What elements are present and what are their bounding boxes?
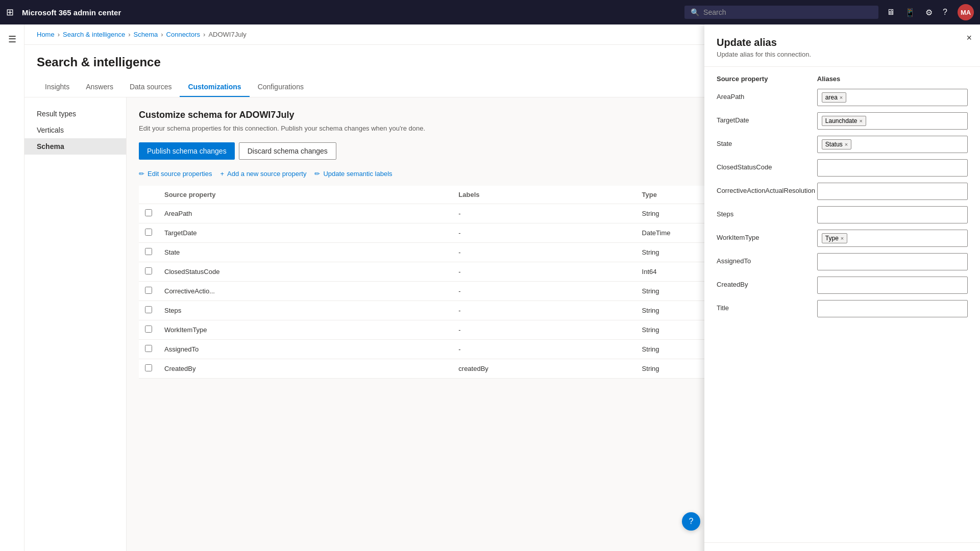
alias-tag-label: Status	[825, 141, 843, 148]
breadcrumb-current: ADOWI7July	[208, 31, 246, 38]
sidebar: ☰	[0, 24, 24, 551]
row-checkbox[interactable]	[145, 325, 152, 333]
help-icon[interactable]: ?	[943, 8, 947, 17]
settings-icon[interactable]: ⚙	[925, 8, 933, 17]
panel-col-source: Source property	[717, 75, 817, 83]
update-icon: ✏	[314, 170, 320, 178]
row-labels: -	[452, 204, 635, 223]
panel-row-property: WorkItemType	[717, 230, 817, 241]
panel-row-alias-field: area ×	[817, 89, 968, 106]
col-labels: Labels	[452, 186, 635, 204]
update-labels-action[interactable]: ✏ Update semantic labels	[314, 170, 392, 178]
panel-row-property: Steps	[717, 206, 817, 218]
row-checkbox[interactable]	[145, 345, 152, 352]
panel-row: AssignedTo	[717, 253, 968, 270]
panel-footer: Save	[704, 542, 980, 551]
col-checkbox	[139, 186, 158, 204]
alias-input-box[interactable]	[817, 253, 968, 270]
alias-tag-remove[interactable]: ×	[841, 235, 844, 241]
row-checkbox[interactable]	[145, 229, 152, 236]
alias-input-box[interactable]	[817, 183, 968, 200]
row-labels: -	[452, 301, 635, 320]
row-source-property: CreatedBy	[158, 359, 452, 379]
breadcrumb-connectors[interactable]: Connectors	[166, 31, 200, 38]
panel-row-property: Title	[717, 300, 817, 312]
row-labels: -	[452, 282, 635, 301]
publish-button[interactable]: Publish schema changes	[139, 142, 235, 160]
alias-tag-remove[interactable]: ×	[840, 94, 843, 101]
mobile-icon[interactable]: 📱	[905, 8, 915, 17]
row-checkbox[interactable]	[145, 267, 152, 274]
alias-input-box[interactable]: area ×	[817, 89, 968, 106]
avatar[interactable]: MA	[958, 4, 974, 20]
top-navigation: ⊞ Microsoft 365 admin center 🔍 🖥 📱 ⚙ ? M…	[0, 0, 980, 24]
row-source-property: WorkItemType	[158, 320, 452, 340]
alias-input-box[interactable]: Type ×	[817, 230, 968, 247]
nav-verticals[interactable]: Verticals	[24, 122, 126, 138]
alias-tag: area ×	[822, 92, 846, 103]
waffle-icon[interactable]: ⊞	[6, 7, 14, 18]
alias-tag-remove[interactable]: ×	[845, 141, 848, 147]
panel-row-alias-field	[817, 253, 968, 270]
panel-row: CreatedBy	[717, 277, 968, 294]
breadcrumb-schema[interactable]: Schema	[134, 31, 158, 38]
panel-close-button[interactable]: ×	[966, 33, 972, 43]
monitor-icon[interactable]: 🖥	[887, 8, 895, 17]
row-checkbox[interactable]	[145, 248, 152, 255]
hamburger-icon[interactable]: ☰	[3, 29, 21, 50]
nav-schema[interactable]: Schema	[24, 138, 126, 155]
row-source-property: AssignedTo	[158, 340, 452, 359]
tab-answers[interactable]: Answers	[78, 78, 121, 97]
search-input[interactable]	[703, 8, 872, 16]
panel-columns: Source property Aliases	[717, 75, 968, 83]
alias-tag: Status ×	[822, 139, 851, 149]
col-source-property: Source property	[158, 186, 452, 204]
app-title: Microsoft 365 admin center	[22, 8, 676, 17]
row-checkbox[interactable]	[145, 209, 152, 216]
alias-tag-label: Launchdate	[825, 117, 857, 124]
panel-row-alias-field: Launchdate ×	[817, 112, 968, 130]
breadcrumb-home[interactable]: Home	[37, 31, 55, 38]
panel-title: Update alias	[717, 37, 968, 48]
alias-input-box[interactable]	[817, 277, 968, 294]
panel-col-aliases: Aliases	[817, 75, 968, 83]
tab-configurations[interactable]: Configurations	[250, 78, 312, 97]
alias-input-box[interactable]	[817, 159, 968, 177]
row-checkbox[interactable]	[145, 287, 152, 294]
panel-row: State Status ×	[717, 136, 968, 153]
discard-button[interactable]: Discard schema changes	[239, 142, 336, 160]
alias-tag-remove[interactable]: ×	[860, 118, 863, 124]
edit-action[interactable]: ✏ Edit source properties	[139, 170, 212, 178]
panel-row-alias-field: Type ×	[817, 230, 968, 247]
breadcrumb-sep-2: ›	[128, 31, 130, 38]
search-bar[interactable]: 🔍	[684, 6, 878, 19]
panel-row-alias-field	[817, 159, 968, 177]
panel-row: Steps	[717, 206, 968, 223]
alias-input-box[interactable]	[817, 300, 968, 317]
tab-data-sources[interactable]: Data sources	[121, 78, 180, 97]
tab-customizations[interactable]: Customizations	[180, 78, 249, 97]
alias-input-box[interactable]	[817, 206, 968, 223]
edit-icon: ✏	[139, 170, 144, 178]
alias-input-box[interactable]: Launchdate ×	[817, 112, 968, 130]
help-float-button[interactable]: ?	[682, 512, 700, 531]
panel-row: CorrectiveActionActualResolution	[717, 183, 968, 200]
row-labels: createdBy	[452, 359, 635, 379]
tab-insights[interactable]: Insights	[37, 78, 78, 97]
add-action[interactable]: + Add a new source property	[220, 170, 306, 178]
panel-row-property: TargetDate	[717, 112, 817, 124]
row-checkbox[interactable]	[145, 364, 152, 371]
breadcrumb-sep-3: ›	[161, 31, 163, 38]
panel-row-alias-field	[817, 206, 968, 223]
alias-input-box[interactable]: Status ×	[817, 136, 968, 153]
breadcrumb-search[interactable]: Search & intelligence	[63, 31, 125, 38]
row-source-property: AreaPath	[158, 204, 452, 223]
alias-tag: Type ×	[822, 233, 847, 243]
panel-row-property: AssignedTo	[717, 253, 817, 265]
panel-row: ClosedStatusCode	[717, 159, 968, 177]
panel-subtitle: Update alias for this connection.	[717, 51, 968, 58]
nav-result-types[interactable]: Result types	[24, 106, 126, 122]
row-checkbox[interactable]	[145, 306, 152, 313]
panel-row-alias-field	[817, 300, 968, 317]
row-labels: -	[452, 340, 635, 359]
